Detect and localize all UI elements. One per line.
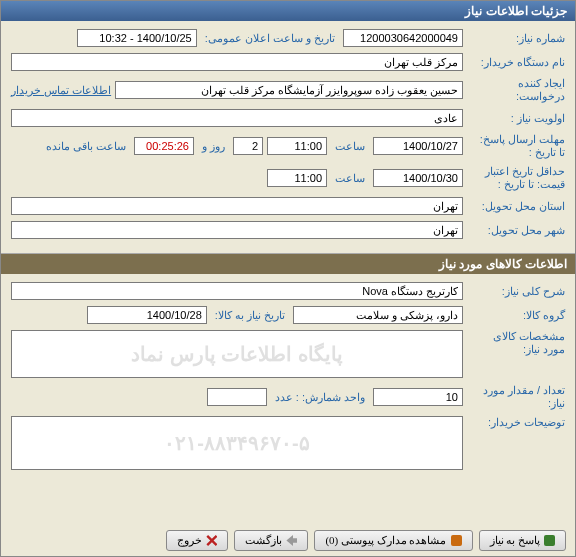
field-city[interactable] xyxy=(11,221,463,239)
section-goods-title: اطلاعات کالاهای مورد نیاز xyxy=(1,253,575,274)
field-days[interactable] xyxy=(233,137,263,155)
field-spec[interactable]: پایگاه اطلاعات پارس نماد xyxy=(11,330,463,378)
field-deadline-time[interactable] xyxy=(267,137,327,155)
field-priority[interactable] xyxy=(11,109,463,127)
field-request-number[interactable] xyxy=(343,29,463,47)
link-contact-buyer[interactable]: اطلاعات تماس خریدار xyxy=(11,84,111,97)
field-province[interactable] xyxy=(11,197,463,215)
back-icon xyxy=(286,535,297,546)
field-buyer-notes[interactable]: ۰۲۱-۸۸۳۴۹۶۷۰-۵ xyxy=(11,416,463,470)
watermark: پایگاه اطلاعات پارس نماد xyxy=(131,342,343,366)
reply-icon xyxy=(544,535,555,546)
label-unit: واحد شمارش: : عدد xyxy=(271,391,369,404)
label-buyer-org: نام دستگاه خریدار: xyxy=(467,56,565,69)
label-remaining: ساعت باقی مانده xyxy=(42,140,130,153)
label-time1: ساعت xyxy=(331,140,369,153)
label-need-date: تاریخ نیاز به کالا: xyxy=(211,309,289,322)
label-priority: اولویت نیاز : xyxy=(467,112,565,125)
field-validity-date[interactable] xyxy=(373,169,463,187)
field-validity-time[interactable] xyxy=(267,169,327,187)
close-icon xyxy=(206,535,217,546)
field-deadline-date[interactable] xyxy=(373,137,463,155)
watermark2: ۰۲۱-۸۸۳۴۹۶۷۰-۵ xyxy=(164,431,309,455)
label-summary: شرح کلی نیاز: xyxy=(467,285,565,298)
label-city: شهر محل تحویل: xyxy=(467,224,565,237)
label-group: گروه کالا: xyxy=(467,309,565,322)
field-creator[interactable] xyxy=(115,81,463,99)
label-creator: ایجاد کننده درخواست: xyxy=(467,77,565,103)
field-buyer-org[interactable] xyxy=(11,53,463,71)
field-qty[interactable] xyxy=(373,388,463,406)
field-countdown[interactable] xyxy=(134,137,194,155)
field-public-date[interactable] xyxy=(77,29,197,47)
window-title: جزئیات اطلاعات نیاز xyxy=(1,1,575,21)
attachments-button[interactable]: مشاهده مدارک پیوستی (0) xyxy=(314,530,472,551)
label-province: استان محل تحویل: xyxy=(467,200,565,213)
document-icon xyxy=(451,535,462,546)
label-public-date: تاریخ و ساعت اعلان عمومی: xyxy=(201,32,339,45)
exit-button[interactable]: خروج xyxy=(166,530,228,551)
field-need-date[interactable] xyxy=(87,306,207,324)
label-request-number: شماره نیاز: xyxy=(467,32,565,45)
back-button[interactable]: بازگشت xyxy=(234,530,308,551)
reply-button[interactable]: پاسخ به نیاز xyxy=(479,530,567,551)
field-summary[interactable] xyxy=(11,282,463,300)
label-price-validity: حداقل تاریخ اعتبار قیمت: تا تاریخ : xyxy=(467,165,565,191)
label-spec: مشخصات کالای مورد نیاز: xyxy=(467,330,565,356)
label-buyer-notes: توضیحات خریدار: xyxy=(467,416,565,429)
label-deadline: مهلت ارسال پاسخ: تا تاریخ : xyxy=(467,133,565,159)
label-qty: تعداد / مقدار مورد نیاز: xyxy=(467,384,565,410)
label-days: روز و xyxy=(198,140,229,153)
label-time2: ساعت xyxy=(331,172,369,185)
field-unit[interactable] xyxy=(207,388,267,406)
field-group[interactable] xyxy=(293,306,463,324)
